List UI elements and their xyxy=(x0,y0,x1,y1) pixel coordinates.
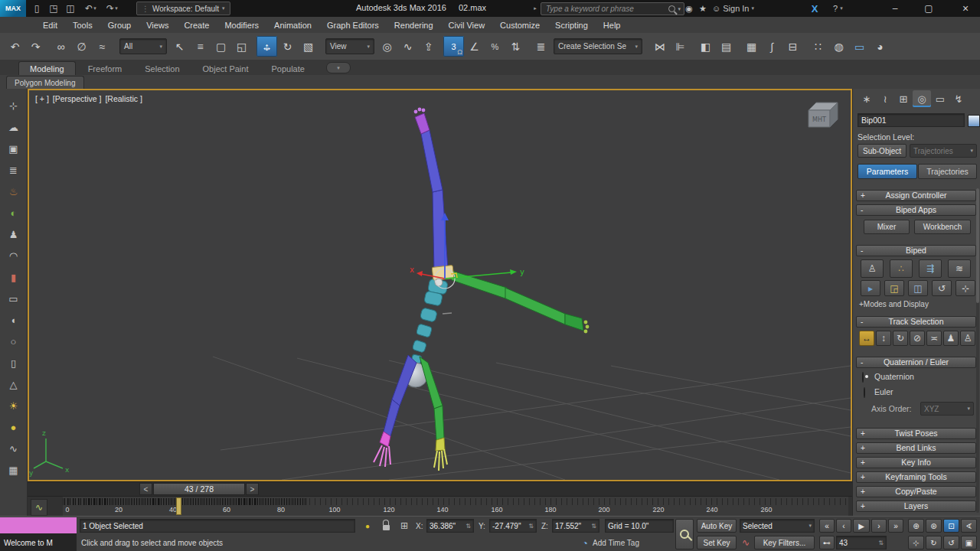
tab-create[interactable]: ∗ xyxy=(858,90,876,107)
maxscript-mini-listener[interactable]: Welcome to M xyxy=(0,533,77,551)
communication-center-icon[interactable]: ◉ xyxy=(683,2,695,15)
rollout-track-selection[interactable]: - Track Selection xyxy=(856,316,976,328)
search-input[interactable] xyxy=(544,4,666,14)
ribbon-tab-modeling[interactable]: Modeling xyxy=(18,61,76,75)
spinner-icon[interactable]: ⇅ xyxy=(878,540,884,546)
snaps-toggle-3d[interactable]: 3 Ω xyxy=(443,36,464,57)
convert-button[interactable]: ↺ xyxy=(932,280,952,296)
mixer-button[interactable]: Mixer xyxy=(864,220,910,234)
schematic-view-button[interactable]: ⊟ xyxy=(782,36,803,57)
selection-filter-dropdown[interactable]: All ▾ xyxy=(119,38,167,54)
align-button[interactable]: ⊫ xyxy=(670,36,691,57)
select-and-move-button[interactable]: ↔↕ xyxy=(256,36,277,57)
z-coordinate-input[interactable] xyxy=(555,522,591,530)
viewport-canvas[interactable]: z x y xyxy=(29,90,851,480)
menu-item[interactable]: Scripting xyxy=(547,17,596,33)
sphere-shaded-icon[interactable]: ◐ xyxy=(4,205,24,221)
help-menu[interactable]: ? ▾ xyxy=(833,2,843,15)
mixer-mode-button[interactable]: ≋ xyxy=(948,259,971,278)
quaternion-radio[interactable] xyxy=(862,372,864,383)
body-rotation-button[interactable]: ↻ xyxy=(893,331,908,346)
move-all-mode-button[interactable]: ⊹ xyxy=(956,280,975,296)
dome-icon[interactable]: ◠ xyxy=(4,248,24,264)
selection-lock-toggle[interactable] xyxy=(378,519,394,533)
circle-icon[interactable]: ○ xyxy=(4,334,24,350)
motion-flow-mode-button[interactable]: ⇶ xyxy=(919,259,942,278)
redo-scene-button[interactable]: ↷ xyxy=(25,36,46,57)
mirror-button[interactable]: ⋈ xyxy=(649,36,670,57)
footstep-mode-button[interactable]: ∴ xyxy=(890,259,913,278)
window-crossing-toggle[interactable]: ◱ xyxy=(231,36,252,57)
object-name-input[interactable] xyxy=(858,114,964,126)
isolate-selection-toggle[interactable]: ● xyxy=(360,519,375,533)
current-frame-input[interactable] xyxy=(839,539,878,547)
next-frame-button[interactable]: > xyxy=(246,483,259,495)
object-color-swatch[interactable] xyxy=(968,115,980,127)
save-biped-file-button[interactable]: ◫ xyxy=(908,280,928,296)
minimize-button[interactable]: – xyxy=(882,0,908,17)
select-and-link-button[interactable]: ∞ xyxy=(51,36,71,57)
play-animation-button[interactable]: ▶ xyxy=(853,519,870,533)
spring-icon[interactable]: ∿ xyxy=(4,441,24,457)
search-icon[interactable] xyxy=(668,5,675,12)
menu-item[interactable]: Views xyxy=(139,17,176,33)
workspace-dropdown[interactable]: ⋮ Workspace: Default ▾ xyxy=(136,2,230,15)
macro-recorder-strip[interactable] xyxy=(0,517,77,533)
go-to-start-button[interactable]: « xyxy=(819,519,835,533)
body-vertical-button[interactable]: ↕ xyxy=(876,331,891,346)
zoom-extents-button[interactable]: ⊡ xyxy=(943,519,959,533)
sun-icon[interactable]: ☀ xyxy=(4,398,24,414)
default-in-out-tangents-icon[interactable]: ∿ xyxy=(740,536,752,549)
lock-com-keying-button[interactable]: ⊘ xyxy=(910,331,925,346)
zoom-all-button[interactable]: ⊛ xyxy=(926,519,942,533)
rollout-biped[interactable]: - Biped xyxy=(856,245,976,256)
viewport-menu-shading[interactable]: [Realistic ] xyxy=(105,94,142,103)
unlink-selection-button[interactable]: ∅ xyxy=(71,36,92,57)
z-coordinate-field[interactable]: ⇅ xyxy=(552,519,599,533)
exchange-apps-icon[interactable]: X xyxy=(808,2,822,15)
next-frame-button[interactable]: › xyxy=(871,519,887,533)
field-of-view-button[interactable]: ∢ xyxy=(961,519,977,533)
ribbon-tab-selection[interactable]: Selection xyxy=(134,62,190,75)
trajectories-tab[interactable]: Trajectories xyxy=(918,164,977,179)
material-editor-button[interactable]: ∷ xyxy=(808,36,828,57)
select-and-manipulate-button[interactable]: ∿ xyxy=(397,36,418,57)
undo-scene-button[interactable]: ↶ xyxy=(5,36,25,57)
percent-snap-toggle[interactable]: % xyxy=(485,36,505,57)
select-object-button[interactable]: ↖ xyxy=(169,36,190,57)
menu-item[interactable]: Edit xyxy=(35,17,65,33)
panel-scrollbar-thumb[interactable] xyxy=(976,188,979,303)
modes-and-display-expander[interactable]: +Modes and Display xyxy=(859,300,929,308)
viewport-menu-general[interactable]: [ + ] xyxy=(35,94,49,103)
select-symmetrical-button[interactable]: ♟ xyxy=(943,331,959,346)
menu-item[interactable]: Civil View xyxy=(441,17,492,33)
rollout-twist-poses[interactable]: + Twist Poses xyxy=(856,428,976,439)
rendered-frame-window-button[interactable]: ▭ xyxy=(849,36,870,57)
favorites-icon[interactable]: ★ xyxy=(697,2,709,15)
caret-down-icon[interactable]: ▾ xyxy=(678,6,681,12)
rollout-bend-links[interactable]: + Bend Links xyxy=(856,442,976,454)
app-logo[interactable]: MAX xyxy=(0,0,26,17)
spinner-snap-toggle[interactable]: ⇅ xyxy=(505,36,526,57)
teapot-icon[interactable]: ♨ xyxy=(4,184,24,200)
rollout-keyframing-tools[interactable]: + Keyframing Tools xyxy=(856,471,976,483)
workbench-button[interactable]: Workbench xyxy=(914,220,971,234)
cloud-icon[interactable]: ☁ xyxy=(4,119,24,135)
open-mini-curve-editor-button[interactable]: ∿ xyxy=(31,499,47,516)
reference-coordinate-dropdown[interactable]: View ▾ xyxy=(325,38,374,54)
cone-icon[interactable]: △ xyxy=(4,377,24,393)
parameters-tab[interactable]: Parameters xyxy=(858,164,917,179)
redo-dropdown-caret[interactable]: ▾ xyxy=(113,2,119,15)
maximize-button[interactable]: ▢ xyxy=(916,0,942,17)
current-frame-marker[interactable] xyxy=(176,497,181,515)
rollout-assign-controller[interactable]: + Assign Controller xyxy=(856,190,976,201)
biped-character[interactable] xyxy=(374,108,589,471)
time-slider-handle[interactable]: 43 / 278 xyxy=(153,483,245,495)
set-key-button[interactable]: Set Key xyxy=(697,536,737,549)
ribbon-tab-object-paint[interactable]: Object Paint xyxy=(192,62,260,75)
ribbon-minimize-button[interactable]: ▾ xyxy=(326,62,351,73)
sign-in-menu[interactable]: ☺ Sign In ▾ xyxy=(712,2,754,15)
sheets-icon[interactable]: ≣ xyxy=(4,162,24,178)
pan-view-button[interactable]: ⊹ xyxy=(908,536,924,549)
render-setup-button[interactable]: ◍ xyxy=(828,36,849,57)
